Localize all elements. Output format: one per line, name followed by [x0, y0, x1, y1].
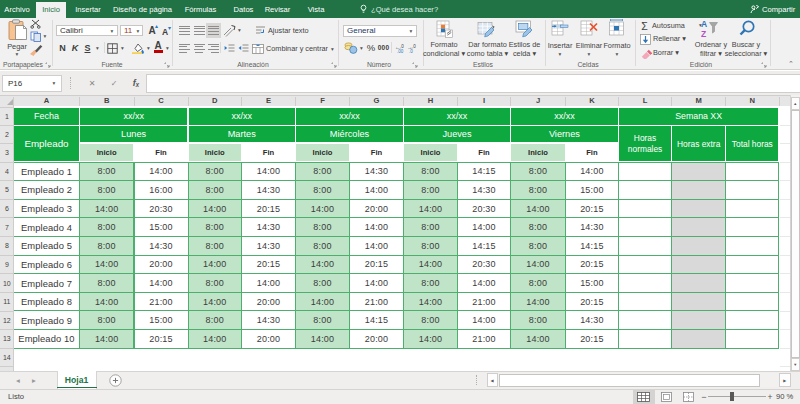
svg-text:Z: Z: [701, 29, 706, 39]
svg-text:A: A: [701, 19, 707, 29]
svg-text:.00: .00: [397, 49, 404, 54]
